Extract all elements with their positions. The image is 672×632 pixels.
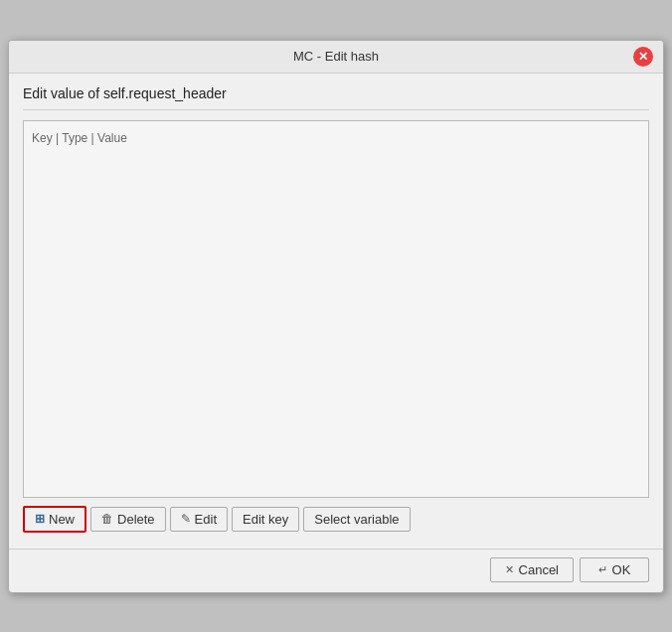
dialog-subtitle: Edit value of self.request_header: [23, 85, 649, 110]
edit-icon: ✎: [181, 512, 191, 526]
close-button[interactable]: ✕: [633, 47, 653, 67]
dialog-body: Edit value of self.request_header Key | …: [9, 74, 663, 549]
ok-button[interactable]: ↵ OK: [580, 557, 649, 582]
ok-label: OK: [612, 562, 631, 577]
edit-hash-dialog: MC - Edit hash ✕ Edit value of self.requ…: [8, 40, 664, 593]
hash-table: Key | Type | Value: [23, 120, 649, 498]
delete-icon: 🗑: [101, 512, 113, 526]
delete-button[interactable]: 🗑 Delete: [90, 507, 166, 532]
new-icon: ⊞: [35, 512, 45, 526]
cancel-button[interactable]: ✕ Cancel: [490, 557, 574, 582]
title-bar: MC - Edit hash ✕: [9, 41, 663, 74]
edit-key-label: Edit key: [243, 512, 288, 527]
edit-label: Edit: [195, 512, 217, 527]
new-button[interactable]: ⊞ New: [23, 506, 86, 533]
edit-key-button[interactable]: Edit key: [232, 507, 299, 532]
dialog-footer: ✕ Cancel ↵ OK: [9, 549, 663, 592]
ok-icon: ↵: [598, 563, 607, 576]
select-variable-button[interactable]: Select variable: [303, 507, 410, 532]
cancel-icon: ✕: [505, 563, 514, 576]
dialog-title: MC - Edit hash: [39, 49, 633, 64]
select-variable-label: Select variable: [314, 512, 399, 527]
cancel-label: Cancel: [519, 562, 559, 577]
edit-button[interactable]: ✎ Edit: [170, 507, 228, 532]
table-header: Key | Type | Value: [30, 127, 642, 149]
toolbar: ⊞ New 🗑 Delete ✎ Edit Edit key Select va…: [23, 498, 649, 537]
new-label: New: [49, 512, 75, 527]
delete-label: Delete: [117, 512, 155, 527]
